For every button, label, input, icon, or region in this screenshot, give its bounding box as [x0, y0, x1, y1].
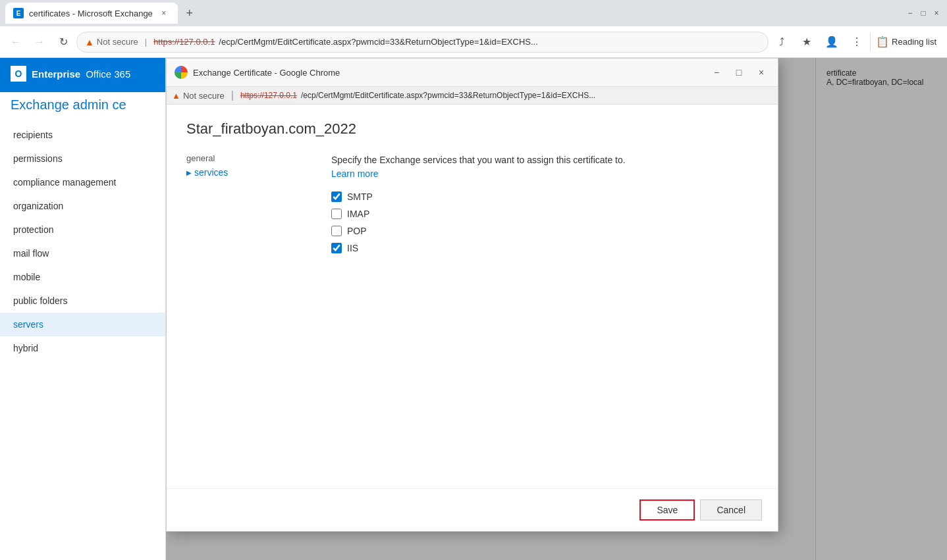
- modal-maximize-button[interactable]: □: [730, 64, 747, 81]
- warning-icon: ▲: [85, 37, 94, 47]
- sidebar-item-organization[interactable]: organization: [0, 194, 165, 218]
- smtp-label: SMTP: [347, 191, 373, 202]
- maximize-browser-button[interactable]: □: [918, 8, 929, 18]
- modal-window-buttons: − □ ×: [708, 64, 770, 81]
- reading-list-button[interactable]: 📋 Reading list: [870, 33, 942, 51]
- sidebar: O Enterprise Office 365 Exchange admin c…: [0, 58, 166, 560]
- sidebar-nav: recipients permissions compliance manage…: [0, 118, 165, 365]
- tab-favicon: E: [13, 8, 24, 18]
- sidebar-item-compliance-management[interactable]: compliance management: [0, 170, 165, 194]
- share-button[interactable]: ⤴: [771, 32, 792, 53]
- back-button[interactable]: ←: [5, 32, 26, 53]
- profile-button[interactable]: 👤: [821, 32, 842, 53]
- modal-url-path: /ecp/CertMgmt/EditCertificate.aspx?pwmci…: [301, 91, 595, 100]
- active-tab[interactable]: E certificates - Microsoft Exchange ×: [5, 3, 178, 24]
- sidebar-item-hybrid[interactable]: hybrid: [0, 336, 165, 360]
- sidebar-item-mail-flow[interactable]: mail flow: [0, 242, 165, 265]
- modal-address-bar: ▲ Not secure | https://127.0.0.1 /ecp/Ce…: [167, 87, 778, 105]
- address-bar-row: ← → ↻ ▲ Not secure | https://127.0.0.1 /…: [0, 26, 947, 58]
- nav-general-label: general: [186, 153, 305, 163]
- modal-title-text: Exchange Certificate - Google Chrome: [193, 68, 703, 78]
- imap-label: IMAP: [347, 209, 369, 219]
- close-browser-button[interactable]: ×: [931, 8, 942, 18]
- modal-body: Star_firatboyan.com_2022 general ▶ servi…: [167, 105, 778, 488]
- form-nav: general ▶ services: [186, 153, 305, 253]
- sidebar-item-servers[interactable]: servers: [0, 313, 165, 336]
- smtp-checkbox[interactable]: [331, 191, 342, 202]
- chrome-icon: [175, 66, 188, 79]
- brand-o365: Office 365: [86, 68, 130, 80]
- new-tab-button[interactable]: +: [180, 4, 199, 22]
- checkbox-imap[interactable]: IMAP: [331, 209, 758, 219]
- checkbox-smtp[interactable]: SMTP: [331, 191, 758, 202]
- iis-checkbox[interactable]: [331, 243, 342, 253]
- sidebar-item-recipients[interactable]: recipients: [0, 123, 165, 147]
- admin-title: Exchange admin ce: [0, 92, 165, 118]
- minimize-browser-button[interactable]: −: [905, 8, 915, 18]
- modal-footer: Save Cancel: [167, 488, 778, 531]
- tab-close-button[interactable]: ×: [158, 7, 170, 19]
- modal-title-bar: Exchange Certificate - Google Chrome − □…: [167, 59, 778, 87]
- pop-checkbox[interactable]: [331, 226, 342, 236]
- favorites-button[interactable]: ★: [796, 32, 817, 53]
- modal-url-strikethrough: https://127.0.0.1: [240, 91, 297, 100]
- form-content: Specify the Exchange services that you w…: [331, 153, 758, 253]
- cancel-button[interactable]: Cancel: [700, 499, 762, 521]
- checkbox-iis[interactable]: IIS: [331, 243, 758, 253]
- brand-enterprise: Enterprise: [32, 68, 80, 80]
- forward-button[interactable]: →: [29, 32, 50, 53]
- sidebar-brand: O Enterprise Office 365: [11, 66, 155, 82]
- sidebar-item-permissions[interactable]: permissions: [0, 147, 165, 170]
- content-area: ertificate A, DC=firatboyan, DC=local Ex…: [166, 58, 947, 560]
- nav-services-item[interactable]: ▶ services: [186, 166, 305, 179]
- modal-close-button[interactable]: ×: [753, 64, 770, 81]
- ms-office-logo: O: [11, 66, 26, 82]
- url-strikethrough: https://127.0.0.1: [153, 37, 215, 47]
- sidebar-item-mobile[interactable]: mobile: [0, 265, 165, 289]
- modal-minimize-button[interactable]: −: [708, 64, 725, 81]
- service-description: Specify the Exchange services that you w…: [331, 153, 758, 181]
- tab-title: certificates - Microsoft Exchange: [29, 9, 153, 18]
- not-secure-indicator: ▲ Not secure: [85, 37, 138, 47]
- tab-bar: E certificates - Microsoft Exchange × + …: [0, 0, 947, 26]
- nav-section-general: general ▶ services: [186, 153, 305, 179]
- nav-services-label: services: [194, 167, 228, 178]
- address-bar[interactable]: ▲ Not secure | https://127.0.0.1 /ecp/Ce…: [76, 32, 769, 53]
- main-area: O Enterprise Office 365 Exchange admin c…: [0, 58, 947, 560]
- tab-controls: − □ ×: [905, 8, 942, 18]
- browser-window: E certificates - Microsoft Exchange × + …: [0, 0, 947, 560]
- learn-more-link[interactable]: Learn more: [331, 168, 379, 179]
- iis-label: IIS: [347, 243, 358, 253]
- sidebar-item-protection[interactable]: protection: [0, 218, 165, 242]
- refresh-button[interactable]: ↻: [53, 32, 74, 53]
- sidebar-header: O Enterprise Office 365: [0, 58, 165, 92]
- pop-label: POP: [347, 226, 367, 236]
- nav-arrow-icon: ▶: [186, 169, 192, 176]
- form-layout: general ▶ services Speci: [186, 153, 758, 253]
- imap-checkbox[interactable]: [331, 209, 342, 219]
- modal-warning-icon: ▲: [172, 91, 180, 101]
- modal-overlay: Exchange Certificate - Google Chrome − □…: [166, 58, 947, 560]
- checkbox-group: SMTP IMAP POP: [331, 191, 758, 253]
- cert-title: Star_firatboyan.com_2022: [186, 120, 758, 138]
- sidebar-item-public-folders[interactable]: public folders: [0, 289, 165, 313]
- url-path: /ecp/CertMgmt/EditCertificate.aspx?pwmci…: [219, 37, 537, 47]
- menu-button[interactable]: ⋮: [846, 32, 867, 53]
- checkbox-pop[interactable]: POP: [331, 226, 758, 236]
- browser-actions: ⤴ ★ 👤 ⋮: [771, 32, 867, 53]
- save-button[interactable]: Save: [639, 499, 695, 521]
- modal-not-secure: ▲ Not secure: [172, 91, 225, 101]
- modal-dialog: Exchange Certificate - Google Chrome − □…: [166, 58, 778, 532]
